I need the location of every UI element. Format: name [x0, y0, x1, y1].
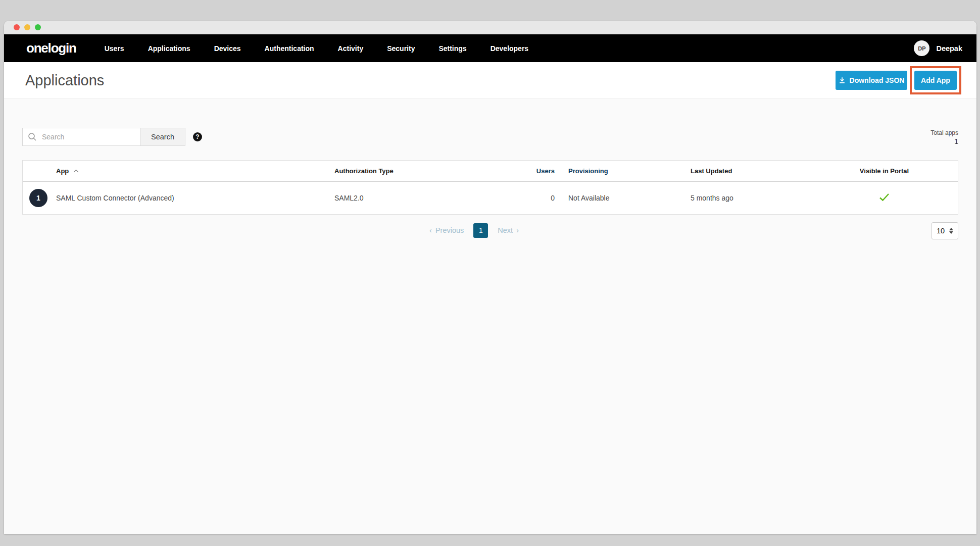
page-title: Applications	[25, 72, 104, 89]
visible-in-portal-cell	[811, 193, 958, 203]
table-row[interactable]: 1 SAML Custom Connector (Advanced) SAML2…	[23, 182, 958, 214]
spinner-arrows-icon	[949, 228, 953, 234]
nav-item-security[interactable]: Security	[387, 44, 415, 53]
row-number-badge: 1	[29, 189, 47, 207]
provisioning-cell: Not Available	[555, 194, 691, 202]
browser-window: onelogin Users Applications Devices Auth…	[4, 21, 976, 534]
chevron-left-icon: ‹	[429, 226, 432, 234]
total-apps-value: 1	[930, 137, 958, 145]
column-header-users[interactable]: Users	[498, 167, 555, 175]
nav-item-authentication[interactable]: Authentication	[265, 44, 314, 53]
user-name[interactable]: Deepak	[936, 44, 962, 53]
user-avatar[interactable]: DP	[914, 40, 929, 56]
pagination-row: ‹ Previous 1 Next › 10	[22, 221, 958, 239]
page-header: Applications Download JSON Add App	[4, 62, 976, 99]
nav-menu: Users Applications Devices Authenticatio…	[105, 44, 528, 53]
column-header-app-label: App	[56, 167, 69, 175]
nav-item-settings[interactable]: Settings	[438, 44, 466, 53]
column-header-last-updated: Last Updated	[691, 167, 811, 175]
help-icon[interactable]: ?	[193, 132, 202, 141]
previous-page-button[interactable]: ‹ Previous	[429, 226, 464, 234]
main-content: Search ? Total apps 1 App Authorization …	[4, 99, 976, 534]
next-page-button[interactable]: Next ›	[498, 226, 519, 234]
toolbar-row: Search ? Total apps 1	[22, 99, 958, 146]
download-json-label: Download JSON	[850, 76, 905, 84]
applications-table: App Authorization Type Users Provisionin…	[22, 160, 958, 215]
column-header-authorization-type: Authorization Type	[334, 167, 498, 175]
column-header-visible-in-portal: Visible in Portal	[811, 167, 958, 175]
previous-label: Previous	[435, 226, 464, 234]
total-apps: Total apps 1	[930, 128, 958, 145]
checkmark-icon	[879, 193, 890, 202]
search-icon	[28, 132, 37, 141]
nav-item-developers[interactable]: Developers	[491, 44, 528, 53]
app-name-cell[interactable]: 1 SAML Custom Connector (Advanced)	[23, 194, 334, 202]
table-header-row: App Authorization Type Users Provisionin…	[23, 161, 958, 182]
page-size-select[interactable]: 10	[932, 222, 958, 239]
users-count-cell: 0	[498, 194, 555, 202]
search-area: Search	[22, 128, 185, 146]
nav-item-devices[interactable]: Devices	[214, 44, 241, 53]
add-app-button[interactable]: Add App	[914, 71, 957, 90]
onelogin-logo[interactable]: onelogin	[26, 40, 76, 56]
column-header-app[interactable]: App	[23, 167, 334, 175]
chevron-right-icon: ›	[516, 226, 519, 234]
download-json-button[interactable]: Download JSON	[836, 71, 907, 90]
page-size-value: 10	[937, 227, 945, 235]
next-label: Next	[498, 226, 513, 234]
close-window-icon[interactable]	[14, 24, 20, 30]
authorization-type-cell: SAML2.0	[334, 194, 498, 202]
last-updated-cell: 5 months ago	[691, 194, 811, 202]
search-input[interactable]	[22, 128, 140, 146]
total-apps-label: Total apps	[930, 129, 958, 136]
nav-item-users[interactable]: Users	[105, 44, 124, 53]
add-app-highlight-box: Add App	[910, 66, 961, 94]
pager: ‹ Previous 1 Next ›	[429, 223, 519, 238]
search-button[interactable]: Search	[140, 128, 185, 146]
maximize-window-icon[interactable]	[35, 24, 41, 30]
column-header-provisioning[interactable]: Provisioning	[555, 167, 691, 175]
app-name[interactable]: SAML Custom Connector (Advanced)	[56, 194, 174, 202]
top-nav: onelogin Users Applications Devices Auth…	[4, 34, 976, 62]
sort-ascending-icon	[73, 169, 79, 173]
minimize-window-icon[interactable]	[24, 24, 30, 30]
nav-item-activity[interactable]: Activity	[338, 44, 364, 53]
nav-item-applications[interactable]: Applications	[148, 44, 190, 53]
window-titlebar	[4, 21, 976, 34]
download-icon	[839, 77, 846, 84]
current-page-button[interactable]: 1	[473, 223, 488, 238]
